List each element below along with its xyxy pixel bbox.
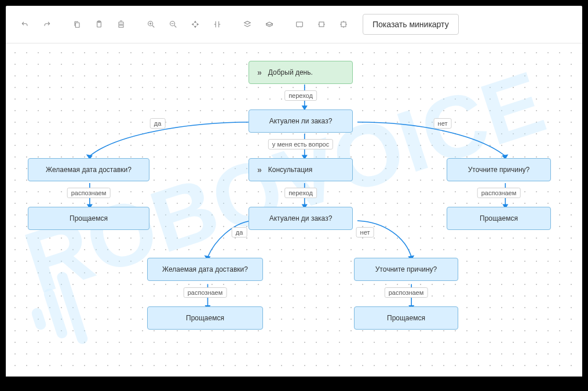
svg-rect-8: [341, 22, 346, 27]
edge-label[interactable]: да: [150, 118, 166, 129]
svg-line-12: [63, 277, 82, 339]
node-label: Желаемая дата доставки?: [46, 166, 132, 174]
edge-label[interactable]: переход: [284, 188, 317, 198]
canvas-container: ROBOVOICE: [6, 43, 582, 377]
node-label: Актуален ди заказ?: [269, 214, 333, 222]
node-label: Желаемая дата доставки?: [162, 265, 248, 273]
paste-icon[interactable]: [90, 16, 108, 33]
node-end[interactable]: Прощаемся: [447, 207, 551, 230]
edge-label[interactable]: распознаем: [477, 188, 521, 198]
collapse-h-icon[interactable]: [313, 16, 330, 33]
node-label: Прощаемся: [387, 314, 425, 322]
expand-icon[interactable]: [291, 16, 308, 33]
svg-rect-6: [297, 22, 303, 27]
node-end[interactable]: Прощаемся: [147, 306, 263, 330]
node-label: Уточните причину?: [468, 166, 529, 174]
node-q[interactable]: Уточните причину?: [447, 158, 551, 181]
svg-rect-0: [75, 23, 79, 27]
zoom-in-icon[interactable]: [143, 16, 160, 33]
node-q[interactable]: Уточните причину?: [354, 258, 458, 281]
canvas[interactable]: ROBOVOICE: [9, 47, 579, 373]
chevron-right-icon: »: [257, 68, 260, 77]
edge-label[interactable]: нет: [356, 227, 374, 237]
node-end[interactable]: Прощаемся: [354, 306, 458, 330]
redo-icon[interactable]: [38, 16, 56, 33]
cut-icon[interactable]: [112, 16, 130, 33]
node-label: Прощаемся: [480, 214, 518, 222]
app-window: Показать миникарту ROBOVOICE: [6, 6, 582, 377]
svg-line-11: [49, 294, 62, 332]
svg-line-10: [37, 313, 41, 324]
copy-icon[interactable]: [68, 16, 86, 33]
node-label: Прощаемся: [186, 314, 224, 322]
show-minimap-button[interactable]: Показать миникарту: [363, 14, 459, 35]
node-q[interactable]: Желаемая дата доставки?: [147, 258, 263, 281]
node-label: Актуален ли заказ?: [269, 117, 333, 125]
send-back-icon[interactable]: [261, 16, 278, 33]
collapse-all-icon[interactable]: [335, 16, 352, 33]
edge-label[interactable]: распознаем: [67, 188, 111, 198]
bring-front-icon[interactable]: [239, 16, 256, 33]
edge-label[interactable]: да: [232, 227, 247, 237]
edge-label[interactable]: у меня есть вопрос: [268, 139, 333, 149]
edge-label[interactable]: распознаем: [184, 287, 227, 298]
toolbar: Показать миникарту: [6, 6, 582, 43]
node-q[interactable]: Актуален ли заказ?: [249, 109, 353, 133]
node-q[interactable]: Актуален ди заказ?: [249, 207, 353, 230]
chevron-right-icon: »: [257, 165, 260, 174]
undo-icon[interactable]: [16, 16, 34, 33]
node-label: Консультация: [268, 166, 312, 174]
node-q[interactable]: Желаемая дата доставки?: [28, 158, 149, 181]
auto-fit-icon[interactable]: [187, 16, 204, 33]
align-icon[interactable]: [209, 16, 226, 33]
node-end[interactable]: Прощаемся: [28, 207, 149, 230]
edge-label[interactable]: распознаем: [385, 287, 428, 298]
node-start[interactable]: » Добрый день.: [249, 61, 353, 84]
edge-label[interactable]: нет: [434, 118, 452, 129]
node-label: Добрый день.: [268, 68, 313, 76]
node-subflow[interactable]: » Консультация: [249, 158, 353, 181]
node-label: Уточните причину?: [375, 265, 437, 273]
node-label: Прощаемся: [70, 214, 108, 222]
svg-rect-7: [319, 22, 324, 27]
zoom-out-icon[interactable]: [165, 16, 182, 33]
edge-label[interactable]: переход: [284, 90, 317, 101]
